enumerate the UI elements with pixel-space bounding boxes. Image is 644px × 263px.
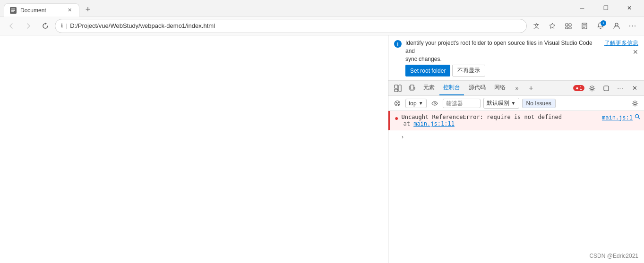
svg-point-15 [434,102,435,104]
info-icon: i [394,40,402,48]
svg-rect-9 [399,85,401,92]
svg-point-6 [615,23,618,26]
console-toolbar: top ▼ 默认级别 ▼ No Issues [388,96,644,111]
minimize-button[interactable]: ─ [571,0,593,17]
forward-button[interactable] [21,18,36,34]
watermark: CSDN @Edric2021 [589,253,638,259]
error-sub-text: at main.js:1:11 [401,120,599,127]
tab-title: Document [20,7,62,14]
console-messages: ● Uncaught ReferenceError: require is no… [388,111,644,263]
learn-more-link[interactable]: 了解更多信息 [604,39,638,47]
svg-rect-8 [395,89,398,92]
tab-close-button[interactable]: ✕ [66,7,73,14]
error-location-link[interactable]: main.js:1:11 [413,120,455,127]
context-selector[interactable]: top ▼ [405,99,427,108]
tab-bar: Document ✕ + [4,0,566,16]
svg-rect-7 [395,85,398,88]
svg-point-16 [634,102,636,104]
profile-icon[interactable] [609,18,624,34]
reload-button[interactable] [38,18,53,34]
svg-point-17 [635,115,639,118]
back-button[interactable] [4,18,19,34]
devtools-panel: i Identify your project's root folder to… [388,35,644,263]
error-search-icon[interactable] [635,114,640,121]
tab-sources-label: 源代码 [469,84,486,92]
error-count: 1 [579,85,582,91]
tab-console[interactable]: 控制台 [439,81,464,95]
error-badge: ● 1 [573,85,584,91]
info-banner: i Identify your project's root folder to… [388,35,644,81]
level-label: 默认级别 [487,99,509,107]
error-text-block: Uncaught ReferenceError: require is not … [401,114,599,127]
context-chevron-icon: ▼ [419,101,423,106]
eye-icon[interactable] [429,98,440,109]
main-content: i Identify your project's root folder to… [0,35,644,263]
info-content: Identify your project's root folder to o… [405,39,601,76]
address-divider: | [66,23,67,29]
info-text-line2: sync changes. [405,55,601,63]
tab-network[interactable]: 网络 [490,81,509,95]
info-text-line1: Identify your project's root folder to o… [405,39,601,55]
error-message-row: ● Uncaught ReferenceError: require is no… [388,111,644,130]
banner-close-button[interactable]: ✕ [633,48,638,56]
favorites-icon[interactable] [545,18,560,34]
tab-sources[interactable]: 源代码 [465,81,489,95]
filter-input[interactable] [443,99,481,108]
tab-elements-label: 元素 [423,84,435,92]
devtools-toolbar: 元素 控制台 源代码 网络 » + ● 1 [388,81,644,96]
new-tab-button[interactable]: + [81,3,94,16]
info-actions: Set root folder 不再显示 [405,65,601,76]
dock-icon[interactable] [600,82,613,95]
svg-rect-10 [410,85,414,90]
clear-console-button[interactable] [392,98,403,109]
context-label: top [409,100,417,107]
tab-favicon [10,7,17,14]
devtools-close-icon[interactable]: ✕ [628,82,641,95]
close-button[interactable]: ✕ [618,0,640,17]
tab-console-label: 控制台 [443,84,460,92]
notifications-icon[interactable]: 1 [593,18,608,34]
device-emulation-icon[interactable] [405,82,419,95]
inspect-element-icon[interactable] [391,82,404,95]
info-right: 了解更多信息 ✕ [604,39,638,56]
dont-show-button[interactable]: 不再显示 [452,65,485,76]
more-menu-icon[interactable]: ··· [625,18,640,34]
window-controls: ─ ❐ ✕ [571,0,640,17]
collections-icon[interactable] [561,18,576,34]
info-icon: ℹ [61,23,63,29]
no-issues-badge: No Issues [522,99,556,108]
url-text[interactable]: D:/Project/vue/WebStudy/webpack-demo1/in… [70,22,521,29]
nav-bar: ℹ | D:/Project/vue/WebStudy/webpack-demo… [0,17,644,35]
more-tabs-button[interactable]: » [510,82,524,95]
collections2-icon[interactable] [577,18,592,34]
error-file-link[interactable]: main.js:1 [602,114,633,121]
level-selector[interactable]: 默认级别 ▼ [483,98,519,109]
add-tab-button[interactable]: + [524,82,538,95]
nav-right-icons: 文 1 ··· [529,18,640,34]
expand-row: › [388,130,644,143]
svg-point-13 [591,87,593,89]
devtools-settings-icon[interactable] [585,82,599,95]
active-tab[interactable]: Document ✕ [4,3,79,17]
console-settings-icon[interactable] [630,98,640,109]
webpage-area [0,35,388,263]
svg-rect-12 [414,87,415,89]
expand-button[interactable]: › [402,134,404,140]
error-icon: ● [395,114,398,122]
maximize-button[interactable]: ❐ [595,0,617,17]
set-root-folder-button[interactable]: Set root folder [405,65,450,76]
devtools-right-icons: ··· ✕ [585,82,641,95]
translate-icon[interactable]: 文 [529,18,544,34]
titlebar: Document ✕ + ─ ❐ ✕ [0,0,644,17]
svg-rect-4 [569,27,571,29]
tab-elements[interactable]: 元素 [420,81,438,95]
tab-network-label: 网络 [494,84,506,92]
error-dot: ● [575,85,578,91]
svg-rect-3 [566,27,568,29]
svg-rect-11 [409,86,410,89]
error-main-text: Uncaught ReferenceError: require is not … [401,114,599,120]
error-file-area: main.js:1 [602,114,640,121]
address-bar[interactable]: ℹ | D:/Project/vue/WebStudy/webpack-demo… [55,19,527,33]
notification-badge: 1 [601,20,606,26]
devtools-more-icon[interactable]: ··· [614,82,627,95]
